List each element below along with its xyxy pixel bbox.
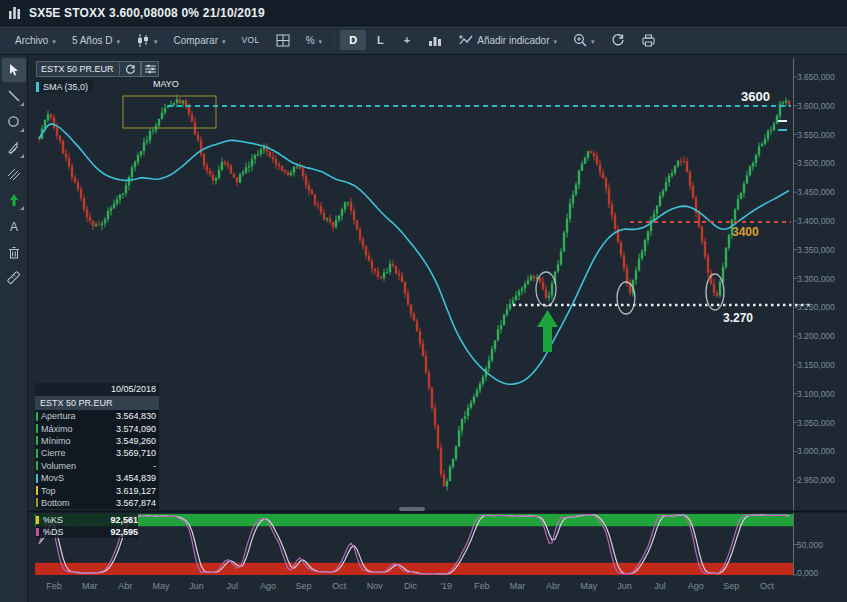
fibonacci-tool[interactable]: [2, 136, 26, 160]
k-color-chip: [36, 516, 39, 524]
range-top-axis-marker: [778, 120, 787, 122]
instrument-name: ESTX 50 PR.EUR: [41, 64, 114, 74]
time-axis-label: Abr: [118, 581, 132, 591]
stochastic-k-legend[interactable]: %KS92,561: [36, 514, 138, 526]
trendline-tool[interactable]: [2, 84, 26, 108]
data-row-cierre: Cierre3.569,710: [35, 447, 159, 459]
archivo-menu-button[interactable]: Archivo: [8, 31, 63, 50]
arrow-marker-tool[interactable]: [2, 188, 26, 212]
time-axis-label: May: [580, 581, 597, 591]
chevron-down-icon: [116, 35, 120, 46]
data-row-bottom: Bottom3.567,874: [35, 497, 159, 509]
mayo-annotation[interactable]: MAYO: [153, 79, 179, 89]
stochastic-d-legend[interactable]: %DS92,595: [36, 526, 138, 538]
volume-button[interactable]: VOL: [234, 31, 266, 49]
instrument-legend[interactable]: ESTX 50 PR.EUR: [36, 61, 141, 77]
measure-tool[interactable]: [2, 266, 26, 290]
up-arrow-annotation: [537, 310, 558, 352]
print-button[interactable]: [634, 30, 663, 51]
chevron-down-icon: [319, 35, 323, 46]
chart-type-button[interactable]: [129, 30, 165, 51]
level-3600-label[interactable]: 3600: [741, 89, 770, 104]
price-axis-label: 3.100,000: [797, 389, 835, 399]
oversold-band: [35, 563, 793, 575]
title-bar: SX5E STOXX 3.600,08008 0% 21/10/2019: [0, 0, 847, 26]
series-color-chip: [36, 449, 38, 458]
d-color-chip: [36, 528, 39, 536]
time-axis-label: Oct: [332, 581, 346, 591]
price-axis-label: 3.300,000: [797, 274, 835, 284]
legend-divider: [119, 63, 120, 75]
time-axis-label: Nov: [367, 581, 383, 591]
timeframe-button[interactable]: 5 Años D: [65, 31, 127, 50]
add-indicator-button[interactable]: Añadir indicador: [452, 30, 564, 51]
submenu-corner-icon: [20, 102, 24, 106]
ohlc-data-panel: 10/05/2018 ESTX 50 PR.EUR Apertura3.564,…: [35, 383, 159, 509]
time-axis-label: Mar: [82, 581, 98, 591]
price-axis-label: 3.500,000: [797, 158, 835, 168]
histogram-icon: [428, 34, 443, 47]
price-axis-label: 3.250,000: [797, 302, 835, 312]
low-circle-annotation: [536, 272, 556, 306]
time-axis-label: Dic: [404, 581, 417, 591]
cursor-tool[interactable]: [2, 58, 26, 82]
window-title: SX5E STOXX 3.600,08008 0% 21/10/2019: [29, 6, 265, 20]
time-axis-label: Abr: [546, 581, 560, 591]
delete-tool[interactable]: [2, 240, 26, 264]
data-row-maximo: Máximo3.574,090: [35, 422, 159, 434]
zoom-button[interactable]: [566, 29, 602, 51]
data-row-volumen: Volumen-: [35, 460, 159, 472]
price-axis-label: 3.400,000: [797, 216, 835, 226]
sma-line: [39, 124, 789, 384]
series-color-chip: [36, 498, 38, 507]
price-chart-canvas[interactable]: [0, 0, 847, 602]
reload-data-icon[interactable]: [125, 64, 136, 75]
range-box-annotation: [123, 96, 216, 128]
chevron-down-icon: [554, 35, 558, 46]
print-icon: [641, 34, 656, 47]
low-circle-annotation: [706, 274, 724, 310]
app-logo-icon: [8, 6, 21, 19]
time-axis-label: Jun: [617, 581, 632, 591]
level-3270-label[interactable]: 3.270: [723, 311, 753, 325]
daily-timeframe-button[interactable]: D: [340, 30, 366, 50]
text-tool[interactable]: A: [2, 214, 26, 238]
series-color-chip: [36, 412, 38, 421]
time-axis-label: Mar: [510, 581, 526, 591]
horizontal-scrollbar-thumb[interactable]: [399, 507, 425, 511]
grid-layout-button[interactable]: [269, 30, 297, 51]
parallel-channel-tool[interactable]: [2, 162, 26, 186]
price-axis-label: 2.950,000: [797, 475, 835, 485]
refresh-button[interactable]: [604, 29, 632, 51]
time-axis-label: '19: [440, 581, 452, 591]
time-axis-label: Feb: [46, 581, 62, 591]
series-color-chip: [36, 474, 38, 483]
data-panel-instrument: ESTX 50 PR.EUR: [35, 396, 159, 410]
chart-type-candlestick-icon: [136, 34, 150, 47]
chart-settings-button[interactable]: [141, 61, 159, 77]
add-chart-button[interactable]: +: [395, 30, 419, 50]
sliders-icon: [145, 64, 156, 74]
data-row-apertura: Apertura3.564,830: [35, 410, 159, 422]
ellipse-tool[interactable]: [2, 110, 26, 134]
volume-histogram-button[interactable]: [421, 30, 450, 51]
time-axis-label: Oct: [760, 581, 774, 591]
comparar-button[interactable]: Comparar: [167, 31, 233, 50]
series-color-chip: [36, 436, 38, 445]
sma-legend[interactable]: SMA (35,0): [36, 80, 93, 93]
price-axis-label: 3.350,000: [797, 245, 835, 255]
time-axis-label: Jul: [226, 581, 238, 591]
series-color-chip: [36, 486, 38, 495]
zoom-in-icon: [573, 33, 587, 47]
time-axis-label: Feb: [474, 581, 490, 591]
percent-scale-button[interactable]: %: [299, 31, 329, 50]
time-axis-label: Ago: [688, 581, 704, 591]
line-chart-button[interactable]: L: [368, 30, 393, 50]
time-axis-label: Ago: [260, 581, 276, 591]
data-row-movs: MovS3.454,839: [35, 472, 159, 484]
price-axis-label: 3.450,000: [797, 187, 835, 197]
indicator-zigzag-icon: [459, 34, 473, 47]
price-axis-label: 3.200,000: [797, 331, 835, 341]
time-axis-label: Sep: [723, 581, 739, 591]
level-3400-label[interactable]: 3400: [732, 225, 759, 239]
